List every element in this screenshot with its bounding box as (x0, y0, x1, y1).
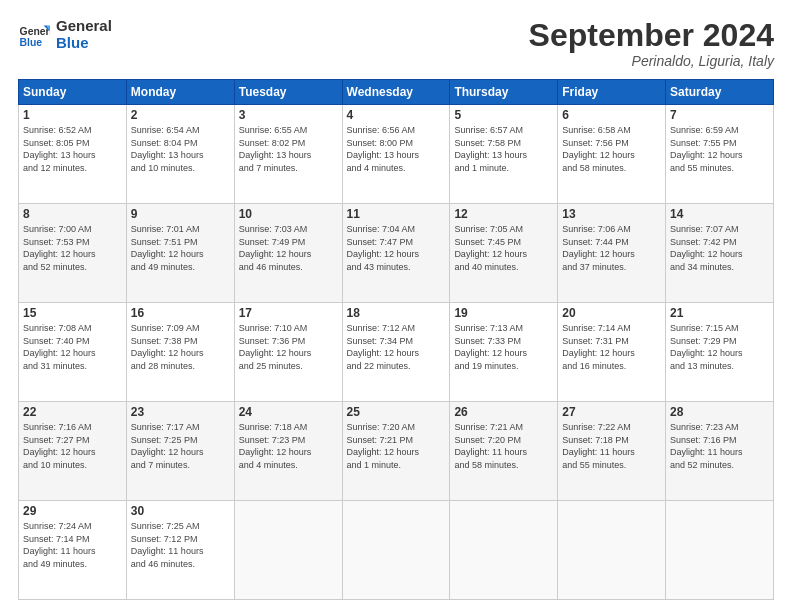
day-cell (666, 501, 774, 600)
week-row-1: 1Sunrise: 6:52 AM Sunset: 8:05 PM Daylig… (19, 105, 774, 204)
day-cell: 21Sunrise: 7:15 AM Sunset: 7:29 PM Dayli… (666, 303, 774, 402)
day-number: 19 (454, 306, 553, 320)
day-cell: 20Sunrise: 7:14 AM Sunset: 7:31 PM Dayli… (558, 303, 666, 402)
day-info: Sunrise: 7:10 AM Sunset: 7:36 PM Dayligh… (239, 322, 338, 372)
day-cell: 12Sunrise: 7:05 AM Sunset: 7:45 PM Dayli… (450, 204, 558, 303)
day-info: Sunrise: 7:07 AM Sunset: 7:42 PM Dayligh… (670, 223, 769, 273)
week-row-2: 8Sunrise: 7:00 AM Sunset: 7:53 PM Daylig… (19, 204, 774, 303)
week-row-3: 15Sunrise: 7:08 AM Sunset: 7:40 PM Dayli… (19, 303, 774, 402)
logo-blue: Blue (56, 35, 112, 52)
day-info: Sunrise: 7:17 AM Sunset: 7:25 PM Dayligh… (131, 421, 230, 471)
day-cell: 2Sunrise: 6:54 AM Sunset: 8:04 PM Daylig… (126, 105, 234, 204)
weekday-header-wednesday: Wednesday (342, 80, 450, 105)
day-number: 14 (670, 207, 769, 221)
day-number: 2 (131, 108, 230, 122)
day-cell: 24Sunrise: 7:18 AM Sunset: 7:23 PM Dayli… (234, 402, 342, 501)
day-info: Sunrise: 7:22 AM Sunset: 7:18 PM Dayligh… (562, 421, 661, 471)
day-number: 23 (131, 405, 230, 419)
week-row-4: 22Sunrise: 7:16 AM Sunset: 7:27 PM Dayli… (19, 402, 774, 501)
day-number: 28 (670, 405, 769, 419)
day-info: Sunrise: 7:15 AM Sunset: 7:29 PM Dayligh… (670, 322, 769, 372)
day-info: Sunrise: 7:16 AM Sunset: 7:27 PM Dayligh… (23, 421, 122, 471)
day-info: Sunrise: 6:58 AM Sunset: 7:56 PM Dayligh… (562, 124, 661, 174)
day-number: 1 (23, 108, 122, 122)
day-number: 29 (23, 504, 122, 518)
day-number: 8 (23, 207, 122, 221)
week-row-5: 29Sunrise: 7:24 AM Sunset: 7:14 PM Dayli… (19, 501, 774, 600)
day-cell: 3Sunrise: 6:55 AM Sunset: 8:02 PM Daylig… (234, 105, 342, 204)
day-info: Sunrise: 6:52 AM Sunset: 8:05 PM Dayligh… (23, 124, 122, 174)
day-number: 4 (347, 108, 446, 122)
day-number: 22 (23, 405, 122, 419)
weekday-header-friday: Friday (558, 80, 666, 105)
day-number: 9 (131, 207, 230, 221)
day-number: 7 (670, 108, 769, 122)
day-info: Sunrise: 7:08 AM Sunset: 7:40 PM Dayligh… (23, 322, 122, 372)
weekday-header-sunday: Sunday (19, 80, 127, 105)
day-number: 3 (239, 108, 338, 122)
day-number: 5 (454, 108, 553, 122)
day-info: Sunrise: 7:21 AM Sunset: 7:20 PM Dayligh… (454, 421, 553, 471)
location-subtitle: Perinaldo, Liguria, Italy (529, 53, 774, 69)
day-info: Sunrise: 7:20 AM Sunset: 7:21 PM Dayligh… (347, 421, 446, 471)
calendar-page: General Blue General Blue September 2024… (0, 0, 792, 612)
svg-text:General: General (20, 26, 50, 37)
day-number: 30 (131, 504, 230, 518)
day-cell: 23Sunrise: 7:17 AM Sunset: 7:25 PM Dayli… (126, 402, 234, 501)
day-cell: 16Sunrise: 7:09 AM Sunset: 7:38 PM Dayli… (126, 303, 234, 402)
day-number: 13 (562, 207, 661, 221)
day-cell: 19Sunrise: 7:13 AM Sunset: 7:33 PM Dayli… (450, 303, 558, 402)
day-cell: 7Sunrise: 6:59 AM Sunset: 7:55 PM Daylig… (666, 105, 774, 204)
day-number: 16 (131, 306, 230, 320)
day-cell: 28Sunrise: 7:23 AM Sunset: 7:16 PM Dayli… (666, 402, 774, 501)
title-block: September 2024 Perinaldo, Liguria, Italy (529, 18, 774, 69)
day-cell: 18Sunrise: 7:12 AM Sunset: 7:34 PM Dayli… (342, 303, 450, 402)
day-info: Sunrise: 7:18 AM Sunset: 7:23 PM Dayligh… (239, 421, 338, 471)
day-info: Sunrise: 7:06 AM Sunset: 7:44 PM Dayligh… (562, 223, 661, 273)
weekday-header-thursday: Thursday (450, 80, 558, 105)
day-cell: 13Sunrise: 7:06 AM Sunset: 7:44 PM Dayli… (558, 204, 666, 303)
day-cell: 26Sunrise: 7:21 AM Sunset: 7:20 PM Dayli… (450, 402, 558, 501)
day-cell: 6Sunrise: 6:58 AM Sunset: 7:56 PM Daylig… (558, 105, 666, 204)
day-cell: 5Sunrise: 6:57 AM Sunset: 7:58 PM Daylig… (450, 105, 558, 204)
day-cell: 22Sunrise: 7:16 AM Sunset: 7:27 PM Dayli… (19, 402, 127, 501)
day-info: Sunrise: 7:13 AM Sunset: 7:33 PM Dayligh… (454, 322, 553, 372)
day-number: 26 (454, 405, 553, 419)
day-info: Sunrise: 6:57 AM Sunset: 7:58 PM Dayligh… (454, 124, 553, 174)
day-number: 25 (347, 405, 446, 419)
day-cell: 17Sunrise: 7:10 AM Sunset: 7:36 PM Dayli… (234, 303, 342, 402)
day-cell: 4Sunrise: 6:56 AM Sunset: 8:00 PM Daylig… (342, 105, 450, 204)
day-info: Sunrise: 6:54 AM Sunset: 8:04 PM Dayligh… (131, 124, 230, 174)
day-cell: 1Sunrise: 6:52 AM Sunset: 8:05 PM Daylig… (19, 105, 127, 204)
day-number: 15 (23, 306, 122, 320)
day-cell: 15Sunrise: 7:08 AM Sunset: 7:40 PM Dayli… (19, 303, 127, 402)
day-info: Sunrise: 7:03 AM Sunset: 7:49 PM Dayligh… (239, 223, 338, 273)
month-title: September 2024 (529, 18, 774, 53)
day-info: Sunrise: 7:24 AM Sunset: 7:14 PM Dayligh… (23, 520, 122, 570)
day-info: Sunrise: 6:59 AM Sunset: 7:55 PM Dayligh… (670, 124, 769, 174)
day-number: 21 (670, 306, 769, 320)
day-info: Sunrise: 7:12 AM Sunset: 7:34 PM Dayligh… (347, 322, 446, 372)
logo-icon: General Blue (18, 19, 50, 51)
day-cell: 27Sunrise: 7:22 AM Sunset: 7:18 PM Dayli… (558, 402, 666, 501)
day-number: 11 (347, 207, 446, 221)
day-cell: 30Sunrise: 7:25 AM Sunset: 7:12 PM Dayli… (126, 501, 234, 600)
day-number: 12 (454, 207, 553, 221)
day-cell: 9Sunrise: 7:01 AM Sunset: 7:51 PM Daylig… (126, 204, 234, 303)
logo-general: General (56, 18, 112, 35)
day-cell: 8Sunrise: 7:00 AM Sunset: 7:53 PM Daylig… (19, 204, 127, 303)
day-info: Sunrise: 7:01 AM Sunset: 7:51 PM Dayligh… (131, 223, 230, 273)
day-cell: 10Sunrise: 7:03 AM Sunset: 7:49 PM Dayli… (234, 204, 342, 303)
day-cell (342, 501, 450, 600)
day-cell: 29Sunrise: 7:24 AM Sunset: 7:14 PM Dayli… (19, 501, 127, 600)
day-info: Sunrise: 7:05 AM Sunset: 7:45 PM Dayligh… (454, 223, 553, 273)
weekday-header-row: SundayMondayTuesdayWednesdayThursdayFrid… (19, 80, 774, 105)
day-number: 24 (239, 405, 338, 419)
weekday-header-tuesday: Tuesday (234, 80, 342, 105)
header: General Blue General Blue September 2024… (18, 18, 774, 69)
weekday-header-monday: Monday (126, 80, 234, 105)
day-info: Sunrise: 7:09 AM Sunset: 7:38 PM Dayligh… (131, 322, 230, 372)
day-number: 17 (239, 306, 338, 320)
day-info: Sunrise: 7:23 AM Sunset: 7:16 PM Dayligh… (670, 421, 769, 471)
logo: General Blue General Blue (18, 18, 112, 51)
